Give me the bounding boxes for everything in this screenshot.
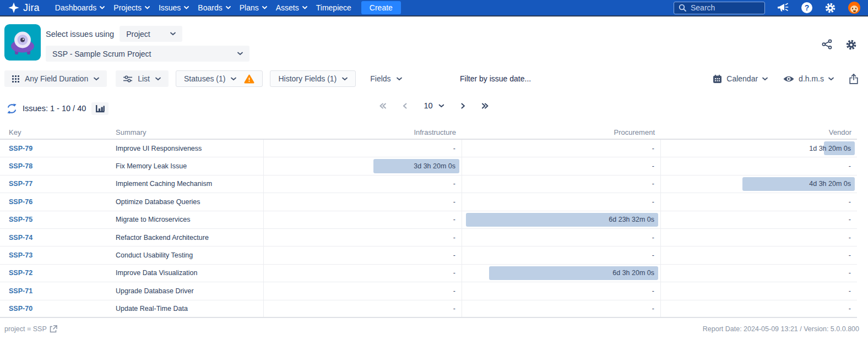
top-navbar: Jira Dashboards Projects Issues Boards P…	[0, 0, 868, 17]
issue-summary: Implement Caching Mechanism	[107, 180, 263, 188]
col-header-vendor[interactable]: Vendor	[660, 128, 857, 136]
nav-item-boards[interactable]: Boards	[198, 3, 230, 12]
duration-cell: 1d 3h 20m 0s	[660, 140, 857, 157]
issue-key-link[interactable]: SSP-78	[0, 162, 107, 170]
jira-logo-icon	[8, 2, 20, 14]
field-duration-select[interactable]: Any Field Duration	[4, 70, 107, 87]
history-fields-select[interactable]: History Fields (1)	[270, 70, 356, 87]
bar-chart-icon	[95, 105, 105, 113]
gear-icon[interactable]	[824, 2, 836, 14]
issue-key-link[interactable]: SSP-77	[0, 180, 107, 188]
search-input[interactable]: Search	[674, 2, 765, 14]
footer: project = SSP Report Date: 2024-05-09 13…	[0, 318, 868, 333]
settings-gear-icon[interactable]	[845, 39, 857, 51]
chevron-down-icon	[94, 77, 99, 81]
issue-key-link[interactable]: SSP-74	[0, 234, 107, 242]
page-size-select[interactable]: 10	[424, 101, 444, 110]
calendar-icon	[713, 74, 722, 84]
report-info: Report Date: 2024-05-09 13:21 / Version:…	[703, 325, 859, 333]
duration-cell: -	[263, 176, 462, 193]
megaphone-icon[interactable]	[777, 2, 789, 13]
table-row: SSP-76Optimize Database Queries---	[0, 193, 857, 211]
issue-summary: Migrate to Microservices	[107, 216, 263, 223]
table-row: SSP-72Improve Data Visualization-6d 3h 2…	[0, 265, 857, 282]
share-icon[interactable]	[822, 39, 832, 50]
app-icon	[4, 24, 41, 61]
nav-item-dashboards[interactable]: Dashboards	[55, 3, 105, 12]
statuses-select[interactable]: Statuses (1)	[176, 70, 263, 87]
duration-cell: -	[660, 265, 857, 282]
issue-source-select[interactable]: Project	[120, 26, 182, 42]
issue-key-link[interactable]: SSP-70	[0, 305, 107, 312]
nav-item-assets[interactable]: Assets	[276, 3, 307, 12]
issue-key-link[interactable]: SSP-79	[0, 145, 107, 152]
duration-cell: -	[462, 140, 660, 157]
nav-item-projects[interactable]: Projects	[113, 3, 150, 12]
calendar-select[interactable]: Calendar	[713, 74, 768, 84]
table-row: SSP-75Migrate to Microservices-6d 23h 32…	[0, 211, 857, 229]
table-row: SSP-74Refactor Backend Architecture---	[0, 229, 857, 246]
duration-cell: -	[660, 246, 857, 264]
duration-cell: -	[462, 246, 660, 264]
issue-key-link[interactable]: SSP-76	[0, 198, 107, 206]
issue-date-filter-input[interactable]: Filter by issue date...	[460, 74, 531, 83]
table-header: Key Summary Infrastructure Procurement V…	[0, 125, 857, 140]
duration-cell: -	[263, 140, 462, 157]
nav-item-plans[interactable]: Plans	[240, 3, 267, 12]
duration-cell: -	[263, 265, 462, 282]
duration-cell: -	[462, 176, 660, 193]
toolbar: Any Field Duration List Statuses (1) His…	[0, 70, 868, 87]
col-header-key[interactable]: Key	[0, 128, 107, 136]
col-header-summary[interactable]: Summary	[107, 128, 263, 136]
prev-page-icon[interactable]	[403, 103, 407, 109]
warning-icon	[244, 74, 254, 84]
nav-item-issues[interactable]: Issues	[159, 3, 189, 12]
chevron-down-icon	[184, 6, 189, 9]
chevron-down-icon	[302, 6, 307, 9]
chevron-down-icon	[828, 77, 834, 81]
issue-key-link[interactable]: SSP-73	[0, 251, 107, 259]
create-button[interactable]: Create	[361, 1, 401, 14]
refresh-icon[interactable]	[7, 103, 17, 114]
view-mode-select[interactable]: List	[116, 70, 169, 87]
issue-summary: Improve Data Visualization	[107, 269, 263, 277]
table-row: SSP-73Conduct Usability Testing---	[0, 246, 857, 264]
first-page-icon[interactable]	[379, 103, 386, 109]
duration-cell: -	[263, 211, 462, 228]
external-link-icon	[50, 325, 57, 333]
duration-cell: -	[462, 193, 660, 210]
last-page-icon[interactable]	[482, 103, 489, 109]
col-header-infrastructure[interactable]: Infrastructure	[263, 128, 462, 136]
next-page-icon[interactable]	[461, 103, 465, 109]
chevron-down-icon	[145, 6, 150, 9]
duration-cell: 4d 3h 20m 0s	[660, 176, 857, 193]
chart-view-button[interactable]	[91, 102, 109, 115]
nav-menu: Dashboards Projects Issues Boards Plans …	[55, 3, 351, 12]
nav-item-timepiece[interactable]: Timepiece	[316, 3, 351, 12]
jql-query-link[interactable]: project = SSP	[4, 325, 57, 333]
duration-cell: -	[462, 157, 660, 174]
issue-summary: Upgrade Database Driver	[107, 287, 263, 295]
issue-key-link[interactable]: SSP-75	[0, 216, 107, 223]
user-avatar[interactable]	[848, 2, 860, 14]
issue-key-link[interactable]: SSP-72	[0, 269, 107, 277]
chevron-down-icon	[262, 6, 267, 9]
help-icon[interactable]: ?	[801, 2, 812, 13]
chevron-down-icon	[226, 6, 231, 9]
time-format-select[interactable]: d.h.m.s	[783, 74, 834, 83]
table-row: SSP-79Improve UI Responsiveness--1d 3h 2…	[0, 140, 857, 157]
app-header: Select issues using Project SSP - Sample…	[0, 17, 868, 62]
col-header-procurement[interactable]: Procurement	[462, 128, 660, 136]
search-icon	[679, 4, 686, 12]
duration-cell: -	[263, 246, 462, 264]
duration-cell: -	[263, 282, 462, 299]
chevron-down-icon	[170, 32, 176, 36]
issue-key-link[interactable]: SSP-71	[0, 287, 107, 295]
fields-select[interactable]: Fields	[367, 70, 405, 87]
export-icon[interactable]	[849, 74, 858, 84]
issue-summary: Improve UI Responsiveness	[107, 145, 263, 152]
duration-cell: -	[263, 193, 462, 210]
project-select[interactable]: SSP - Sample Scrum Project	[46, 46, 249, 62]
jira-logo[interactable]: Jira	[8, 2, 40, 14]
issue-summary: Conduct Usability Testing	[107, 251, 263, 259]
